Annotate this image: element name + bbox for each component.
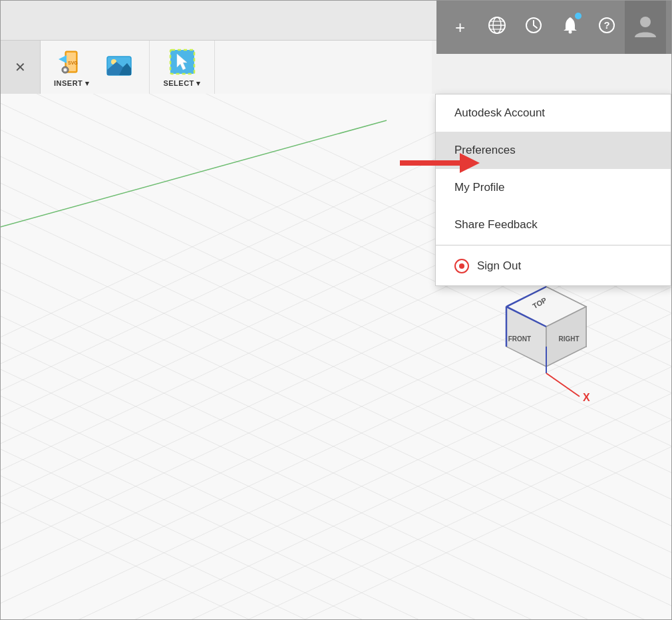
user-avatar-button[interactable] bbox=[625, 1, 666, 54]
svg-point-19 bbox=[568, 31, 572, 34]
globe-button[interactable] bbox=[478, 7, 515, 47]
help-button[interactable]: ? bbox=[588, 7, 625, 47]
svg-text:?: ? bbox=[603, 19, 609, 31]
svg-text:FRONT: FRONT bbox=[508, 335, 531, 343]
share-feedback-label: Share Feedback bbox=[454, 218, 538, 232]
history-button[interactable] bbox=[515, 7, 552, 47]
svg-text:RIGHT: RIGHT bbox=[558, 335, 579, 343]
svg-text:X: X bbox=[583, 392, 590, 403]
bell-icon bbox=[562, 16, 579, 39]
share-feedback-item[interactable]: Share Feedback bbox=[436, 206, 671, 243]
insert-image-button[interactable] bbox=[96, 47, 142, 87]
notification-dot bbox=[575, 13, 582, 19]
help-icon: ? bbox=[598, 17, 615, 38]
select-tool-group: SELECT ▾ bbox=[150, 41, 214, 94]
insert-svg-button[interactable]: SVG INSERT ▾ bbox=[47, 43, 96, 92]
add-tab-button[interactable]: + bbox=[442, 7, 478, 47]
svg-point-5 bbox=[63, 68, 67, 71]
insert-label: INSERT ▾ bbox=[54, 79, 89, 88]
red-arrow bbox=[400, 146, 480, 184]
tab-close-button[interactable]: ✕ bbox=[1, 41, 41, 94]
notifications-button[interactable] bbox=[552, 7, 588, 47]
history-icon bbox=[524, 16, 543, 39]
svg-text:SVG: SVG bbox=[68, 61, 78, 65]
svg-marker-3 bbox=[59, 55, 67, 63]
select-label: SELECT ▾ bbox=[163, 79, 200, 88]
dropdown-divider bbox=[436, 245, 671, 245]
autodesk-account-item[interactable]: Autodesk Account bbox=[436, 94, 671, 132]
user-dropdown-menu: Autodesk Account Preferences My Profile … bbox=[435, 94, 671, 286]
toolbar-actions: + bbox=[436, 1, 671, 54]
svg-point-22 bbox=[640, 17, 651, 27]
select-button[interactable]: SELECT ▾ bbox=[156, 43, 207, 92]
sign-out-label: Sign Out bbox=[477, 259, 521, 273]
globe-icon bbox=[488, 16, 506, 39]
sign-out-item[interactable]: Sign Out bbox=[436, 247, 671, 285]
tools-area: ✕ SVG INSERT ▾ bbox=[1, 41, 432, 94]
add-icon: + bbox=[455, 17, 465, 38]
insert-image-icon bbox=[104, 51, 134, 80]
svg-marker-76 bbox=[460, 153, 480, 173]
insert-svg-icon: SVG bbox=[57, 47, 86, 77]
sign-out-icon bbox=[454, 259, 469, 273]
avatar-icon bbox=[633, 13, 657, 42]
autodesk-account-label: Autodesk Account bbox=[454, 106, 545, 120]
insert-tool-group: SVG INSERT ▾ bbox=[41, 41, 150, 94]
select-icon bbox=[168, 47, 197, 77]
sign-out-icon-inner bbox=[459, 263, 464, 269]
